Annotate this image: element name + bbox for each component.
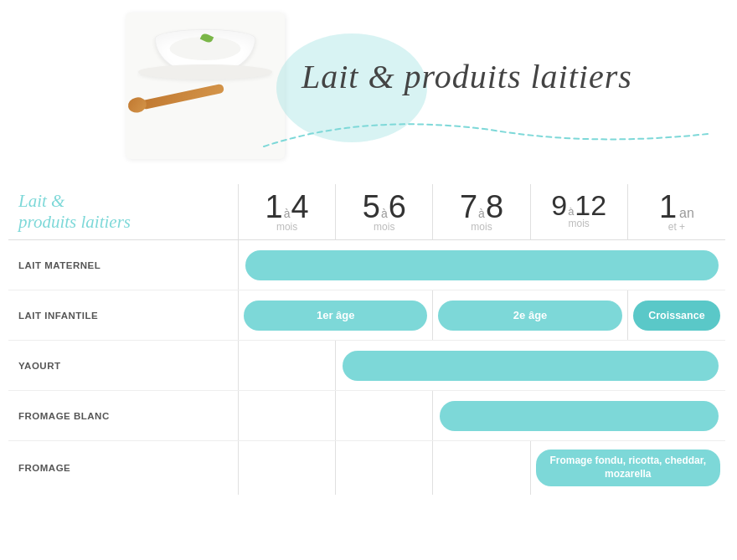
lait-infantile-croissance-bar: Croissance [633,301,720,331]
col-header-1: 1 à 4 mois [239,184,336,239]
plate-rim [138,64,272,80]
yaourt-empty-1 [239,341,336,390]
dotted-arc [239,105,724,155]
col-header-1-num: 1 à 4 [242,191,332,223]
fromage-empty-2 [336,441,433,494]
fromage-blanc-empty-1 [239,391,336,440]
side-title: Lait & produits laitiers [18,191,131,233]
spoon-head [126,95,147,114]
spoon-handle [141,84,224,110]
col-header-3-num: 7 à 8 [436,191,526,223]
lait-infantile-2e-bar: 2e âge [438,301,621,331]
row-label-fromage-blanc: FROMAGE BLANC [8,391,239,440]
row-label-yaourt: YAOURT [8,341,239,390]
row-lait-maternel: LAIT MATERNEL [8,240,725,290]
row-label-lait-maternel: LAIT MATERNEL [8,240,239,290]
col-header-5-num: 1 an [631,191,722,223]
col-header-2-num: 5 à 6 [339,191,429,223]
yaourt-bar [343,351,719,381]
col-header-4-num: 9 à 12 [534,191,624,219]
fromage-empty-3 [433,441,530,494]
main-title: Lait & produits laitiers [302,57,632,96]
main-title-text: Lait & produits laitiers [302,58,632,95]
fromage-blanc-bar [440,401,719,431]
col-header-2: 5 à 6 mois [336,184,433,239]
fromage-blanc-empty-2 [336,391,433,440]
table-container: Lait & produits laitiers 1 à 4 mois 5 à … [0,184,737,495]
row-label-lait-infantile: LAIT INFANTILE [8,290,239,340]
fromage-bar: Fromage fondu, ricotta, cheddar, mozarel… [536,450,720,486]
row-label-fromage: FROMAGE [8,441,239,494]
table-header-row: Lait & produits laitiers 1 à 4 mois 5 à … [8,184,725,240]
lait-infantile-1er-bar: 1er âge [244,301,427,331]
side-title-cell: Lait & produits laitiers [8,184,239,239]
fromage-bar-cell: Fromage fondu, ricotta, cheddar, mozarel… [531,441,725,494]
lait-maternel-bar-cell [239,240,725,290]
row-lait-infantile: LAIT INFANTILE 1er âge 2e âge Croissance [8,290,725,341]
lait-maternel-bar [245,250,719,280]
col-header-4: 9 à 12 mois [531,184,628,239]
col-header-5: 1 an et + [628,184,725,239]
row-yaourt: YAOURT [8,341,725,391]
row-fromage-blanc: FROMAGE BLANC [8,391,725,441]
col-header-3: 7 à 8 mois [433,184,530,239]
lait-infantile-croissance-cell: Croissance [628,290,725,340]
lait-infantile-2e-cell: 2e âge [433,290,627,340]
yaourt-bar-cell [336,341,725,390]
fromage-empty-1 [239,441,336,494]
fromage-blanc-bar-cell [433,391,725,440]
lait-infantile-1er-cell: 1er âge [239,290,433,340]
row-fromage: FROMAGE Fromage fondu, ricotta, cheddar,… [8,441,725,494]
